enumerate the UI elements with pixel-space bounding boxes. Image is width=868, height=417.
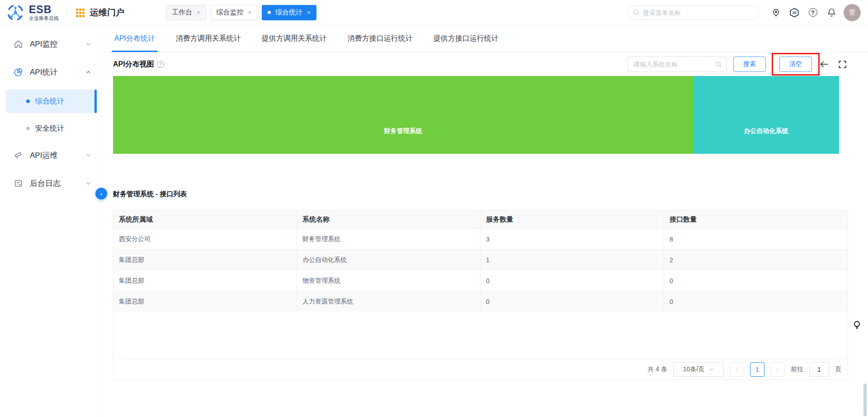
table-cell: 财务管理系统 [297,229,481,249]
chevron-right-icon: › [777,366,778,373]
page-tab-label: 综合监控 [217,8,244,17]
chevron-left-icon: ‹ [100,190,102,197]
table-cell: 2 [664,250,848,270]
grid-icon [75,8,85,17]
api-distribution-treemap: 财务管理系统 办公自动化系统 [113,76,839,154]
table-cell: 0 [664,291,848,312]
bullet-dot-icon [26,127,30,130]
page-tab-statistics[interactable]: 综合统计 × [262,5,316,20]
chevron-down-icon [85,180,91,186]
column-header: 系统所属域 [113,210,297,228]
close-icon[interactable]: × [197,9,200,15]
sidebar: API监控 API统计 综合统计 安全统计 [0,25,102,417]
tab-consumer-interface-run[interactable]: 消费方接口运行统计 [348,25,413,52]
sidebar-item-label: API统计 [30,67,57,77]
tab-api-distribution[interactable]: API分布统计 [114,25,155,52]
table-cell: 0 [481,270,664,291]
chevron-down-icon [85,41,91,47]
sidebar-item-backend-logs[interactable]: 后台日志 [0,173,101,194]
lightbulb-icon[interactable] [853,320,861,333]
header-icons: AI ? [771,8,836,18]
table-empty-space [113,312,848,359]
page-size-select[interactable]: 10条/页 [673,362,724,377]
pagination-bar: 共 4 条 10条/页 ‹ 1 › [113,359,848,379]
table-row[interactable]: 集团总部 办公自动化系统 1 2 [113,249,848,270]
close-icon[interactable]: × [307,9,311,15]
bell-icon[interactable] [826,8,836,18]
svg-text:AI: AI [793,10,797,15]
search-icon [633,9,640,16]
portal-title: 运维门户 [75,7,124,19]
table-header: 系统所属域 系统名称 服务数量 接口数量 [113,210,848,228]
page-tab-monitor[interactable]: 综合监控 × [211,5,258,20]
system-name-input[interactable] [633,61,715,68]
table-row[interactable]: 西安分公司 财务管理系统 3 8 [113,228,848,249]
current-page-button[interactable]: 1 [750,362,764,377]
system-search-box[interactable] [627,57,727,72]
tab-provider-call-relation[interactable]: 提供方调用关系统计 [262,25,327,52]
menu-search-input[interactable] [643,9,753,16]
fullscreen-icon[interactable] [836,58,848,70]
table-row[interactable]: 集团总部 人力资源管理系统 0 0 [113,291,848,312]
table-cell: 办公自动化系统 [297,250,481,270]
chevron-down-icon [85,152,91,158]
pie-chart-icon [14,67,23,77]
sidebar-subitem-label: 综合统计 [35,97,64,106]
help-tip-icon[interactable]: ? [157,61,164,68]
page-tab-workbench[interactable]: 工作台 × [166,5,206,20]
bullet-dot-icon [26,100,30,103]
user-avatar[interactable]: 管 [844,4,861,21]
table-cell: 集团总部 [113,250,297,270]
goto-page-input[interactable] [809,362,829,377]
logo-title: ESB [29,4,59,15]
table-cell: 集团总部 [113,270,297,291]
column-header: 系统名称 [297,210,481,228]
location-icon[interactable] [771,8,781,18]
treemap-node-label: 办公自动化系统 [744,127,788,135]
esb-logo-icon [6,4,24,22]
tab-consumer-call-relation[interactable]: 消费方调用关系统计 [176,25,241,52]
header-divider [67,6,67,19]
main-content: API分布统计 消费方调用关系统计 提供方调用关系统计 消费方接口运行统计 提供… [102,25,868,417]
tab-provider-interface-run[interactable]: 提供方接口运行统计 [434,25,499,52]
search-icon [715,61,722,68]
sidebar-item-security-stats[interactable]: 安全统计 [5,117,96,140]
menu-search-box[interactable] [627,5,759,20]
prev-page-button[interactable]: ‹ [730,362,744,377]
table-row[interactable]: 集团总部 物资管理系统 0 0 [113,270,848,291]
column-header: 服务数量 [481,210,664,228]
clear-button[interactable]: 清空 [779,57,812,72]
sidebar-item-label: API运维 [30,150,57,161]
table-body: 西安分公司 财务管理系统 3 8 集团总部 办公自动化系统 1 2 集团总部 物… [113,228,848,312]
ai-icon[interactable]: AI [789,8,799,18]
search-button[interactable]: 搜索 [733,57,766,72]
sidebar-item-api-statistics[interactable]: API统计 [0,62,101,82]
sidebar-subitem-label: 安全统计 [35,124,64,133]
sidebar-item-comprehensive-stats[interactable]: 综合统计 [5,90,96,113]
treemap-node-office-automation[interactable]: 办公自动化系统 [693,76,839,154]
treemap-node-finance[interactable]: 财务管理系统 [113,76,693,154]
sidebar-collapse-button[interactable]: ‹ [95,188,107,199]
chevron-up-icon [85,69,91,75]
table-cell: 人力资源管理系统 [297,291,481,312]
close-icon[interactable]: × [248,9,252,15]
table-cell: 集团总部 [113,291,297,312]
help-icon[interactable]: ? [808,8,818,18]
table-cell: 西安分公司 [113,229,297,249]
sidebar-item-api-monitor[interactable]: API监控 [0,33,101,54]
page-tab-label: 工作台 [172,8,192,17]
page-unit-label: 页 [835,365,841,374]
back-arrow-icon[interactable] [818,58,830,70]
vertical-scrollbar-thumb[interactable] [863,384,867,416]
sidebar-item-api-ops[interactable]: API运维 [0,145,101,166]
view-title: API分布视图 ? [113,60,164,69]
table-cell: 0 [481,291,664,312]
interface-table: 系统所属域 系统名称 服务数量 接口数量 西安分公司 财务管理系统 3 8 集团… [113,210,848,380]
next-page-button[interactable]: › [770,362,785,377]
app-header: ESB 企业服务总线 运维门户 工作台 × 综合监控 × 综合统计 × [0,0,868,25]
table-cell: 物资管理系统 [297,270,481,291]
megaphone-icon [14,151,23,160]
table-cell: 3 [481,229,664,249]
table-cell: 1 [481,250,664,270]
sidebar-submenu: 综合统计 安全统计 [0,90,101,140]
